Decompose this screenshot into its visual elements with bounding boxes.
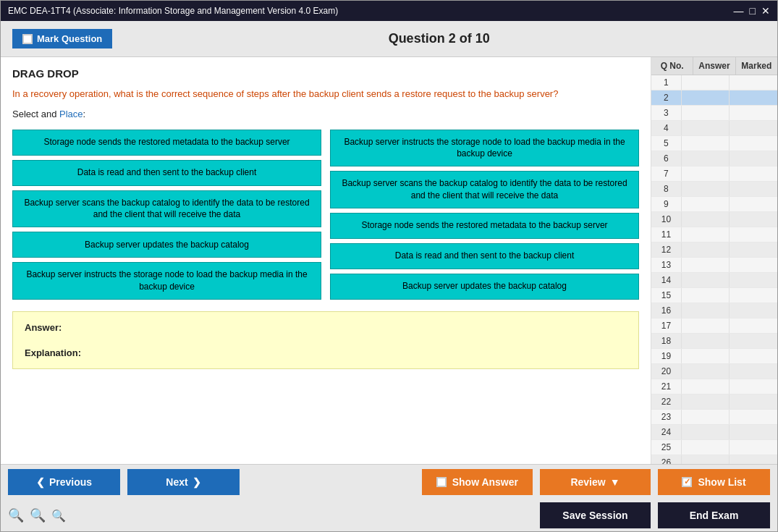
- row-answer: [682, 425, 730, 439]
- table-row[interactable]: 15: [651, 288, 777, 303]
- table-row[interactable]: 26: [651, 455, 777, 464]
- sidebar-col-answer: Answer: [693, 57, 735, 75]
- row-answer: [682, 227, 730, 242]
- table-row[interactable]: 9: [651, 197, 777, 212]
- zoom-in-icon[interactable]: 🔍: [8, 507, 24, 523]
- row-answer: [682, 90, 730, 105]
- row-marked: [730, 197, 777, 211]
- previous-label: Previous: [49, 476, 92, 488]
- sidebar-header: Q No. Answer Marked: [651, 57, 777, 75]
- row-answer: [682, 364, 730, 379]
- list-item[interactable]: Backup server instructs the storage node…: [330, 130, 639, 167]
- table-row[interactable]: 5: [651, 136, 777, 151]
- row-qno: 11: [651, 227, 682, 242]
- place-highlight: Place: [59, 109, 83, 119]
- row-marked: [730, 227, 777, 242]
- row-answer: [682, 394, 730, 409]
- show-list-label: Show List: [698, 476, 745, 488]
- list-item[interactable]: Data is read and then sent to the backup…: [330, 243, 639, 269]
- row-answer: [682, 303, 730, 318]
- zoom-reset-icon[interactable]: 🔍: [30, 507, 46, 523]
- review-button[interactable]: Review ▼: [540, 469, 651, 495]
- row-answer: [682, 106, 730, 120]
- question-panel: DRAG DROP In a recovery operation, what …: [1, 57, 651, 464]
- table-row[interactable]: 19: [651, 349, 777, 364]
- row-marked: [730, 318, 777, 333]
- row-answer: [682, 151, 730, 166]
- show-answer-button[interactable]: Show Answer: [422, 469, 533, 495]
- row-qno: 5: [651, 136, 682, 151]
- table-row[interactable]: 20: [651, 364, 777, 379]
- list-item[interactable]: Storage node sends the restored metadata…: [12, 130, 321, 156]
- mark-question-label: Mark Question: [37, 33, 102, 44]
- list-item[interactable]: Backup server updates the backup catalog: [12, 232, 321, 258]
- maximize-button[interactable]: □: [750, 5, 756, 17]
- main-area: Mark Question Question 2 of 10 DRAG DROP…: [1, 21, 777, 531]
- mark-checkbox: [22, 34, 33, 44]
- footer: ❮ Previous Next ❯ Show Answer Review ▼ ✓: [1, 464, 777, 531]
- row-qno: 7: [651, 166, 682, 181]
- title-bar: EMC DEA-1TT4 (Associate: Information Sto…: [1, 1, 777, 21]
- table-row[interactable]: 17: [651, 318, 777, 334]
- window-title: EMC DEA-1TT4 (Associate: Information Sto…: [8, 6, 338, 16]
- list-item[interactable]: Backup server scans the backup catalog t…: [12, 190, 321, 228]
- list-item[interactable]: Backup server instructs the storage node…: [12, 262, 321, 300]
- next-button[interactable]: Next ❯: [127, 469, 240, 495]
- table-row[interactable]: 16: [651, 303, 777, 318]
- minimize-button[interactable]: —: [734, 5, 744, 17]
- list-item[interactable]: Data is read and then sent to the backup…: [12, 160, 321, 186]
- list-item[interactable]: Backup server scans the backup catalog t…: [330, 171, 639, 208]
- row-qno: 21: [651, 379, 682, 394]
- previous-button[interactable]: ❮ Previous: [8, 469, 120, 495]
- table-row[interactable]: 8: [651, 182, 777, 197]
- table-row[interactable]: 13: [651, 258, 777, 273]
- row-qno: 2: [651, 90, 682, 105]
- row-marked: [730, 334, 777, 348]
- footer-bottom-row: 🔍 🔍 🔍 Save Session End Exam: [1, 499, 777, 531]
- list-item[interactable]: Backup server updates the backup catalog: [330, 274, 639, 300]
- row-answer: [682, 75, 730, 90]
- row-marked: [730, 410, 777, 424]
- zoom-out-icon[interactable]: 🔍: [51, 509, 66, 523]
- table-row[interactable]: 1: [651, 75, 777, 90]
- table-row[interactable]: 4: [651, 121, 777, 136]
- review-dropdown-icon: ▼: [610, 476, 620, 488]
- table-row[interactable]: 10: [651, 212, 777, 227]
- table-row[interactable]: 18: [651, 334, 777, 349]
- table-row[interactable]: 2: [651, 90, 777, 106]
- row-answer: [682, 410, 730, 424]
- table-row[interactable]: 6: [651, 151, 777, 166]
- row-marked: [730, 121, 777, 135]
- answer-label: Answer:: [25, 322, 627, 333]
- drag-columns: Storage node sends the restored metadata…: [12, 130, 639, 300]
- sidebar-col-qno: Q No.: [651, 57, 693, 75]
- row-answer: [682, 455, 730, 464]
- table-row[interactable]: 7: [651, 166, 777, 182]
- close-button[interactable]: ✕: [761, 5, 770, 17]
- row-marked: [730, 394, 777, 409]
- table-row[interactable]: 23: [651, 410, 777, 425]
- table-row[interactable]: 11: [651, 227, 777, 242]
- table-row[interactable]: 21: [651, 379, 777, 394]
- table-row[interactable]: 12: [651, 242, 777, 258]
- next-label: Next: [166, 476, 187, 488]
- select-place: Select and Place:: [12, 109, 639, 119]
- mark-question-button[interactable]: Mark Question: [12, 29, 112, 48]
- row-qno: 15: [651, 288, 682, 303]
- table-row[interactable]: 14: [651, 273, 777, 288]
- list-item[interactable]: Storage node sends the restored metadata…: [330, 213, 639, 239]
- question-text: In a recovery operation, what is the cor…: [12, 87, 639, 101]
- row-qno: 26: [651, 455, 682, 464]
- row-qno: 14: [651, 273, 682, 287]
- end-exam-button[interactable]: End Exam: [658, 502, 770, 528]
- row-answer: [682, 212, 730, 227]
- table-row[interactable]: 22: [651, 394, 777, 410]
- show-list-button[interactable]: ✓ Show List: [658, 469, 770, 495]
- row-marked: [730, 258, 777, 272]
- table-row[interactable]: 24: [651, 425, 777, 440]
- table-row[interactable]: 3: [651, 106, 777, 121]
- show-list-checkbox: ✓: [682, 477, 692, 487]
- save-session-button[interactable]: Save Session: [540, 502, 651, 528]
- table-row[interactable]: 25: [651, 440, 777, 455]
- row-answer: [682, 349, 730, 363]
